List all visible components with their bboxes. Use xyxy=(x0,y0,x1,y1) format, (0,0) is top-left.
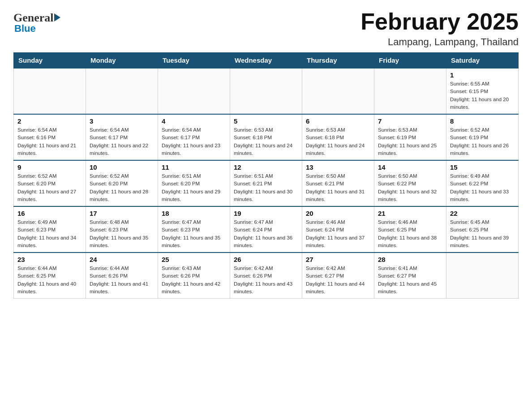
calendar-cell: 6Sunrise: 6:53 AMSunset: 6:18 PMDaylight… xyxy=(302,114,374,160)
calendar-cell xyxy=(86,68,158,114)
calendar-cell: 11Sunrise: 6:51 AMSunset: 6:20 PMDayligh… xyxy=(158,160,230,206)
day-number: 28 xyxy=(378,256,442,263)
day-number: 20 xyxy=(306,210,370,217)
calendar-cell: 23Sunrise: 6:44 AMSunset: 6:25 PMDayligh… xyxy=(14,253,86,299)
day-info: Sunrise: 6:47 AMSunset: 6:24 PMDaylight:… xyxy=(234,218,298,249)
header-tuesday: Tuesday xyxy=(158,53,230,68)
calendar-cell: 14Sunrise: 6:50 AMSunset: 6:22 PMDayligh… xyxy=(374,160,446,206)
calendar-cell: 12Sunrise: 6:51 AMSunset: 6:21 PMDayligh… xyxy=(230,160,302,206)
header-saturday: Saturday xyxy=(446,53,519,68)
title-block: February 2025 Lampang, Lampang, Thailand xyxy=(360,9,519,48)
calendar-cell: 16Sunrise: 6:49 AMSunset: 6:23 PMDayligh… xyxy=(14,206,86,253)
day-number: 23 xyxy=(17,256,82,263)
day-number: 21 xyxy=(378,210,442,217)
day-info: Sunrise: 6:46 AMSunset: 6:25 PMDaylight:… xyxy=(378,218,442,249)
day-number: 19 xyxy=(234,210,298,217)
day-info: Sunrise: 6:52 AMSunset: 6:20 PMDaylight:… xyxy=(17,172,82,203)
day-number: 10 xyxy=(90,163,154,171)
logo-blue-text: Blue xyxy=(14,23,36,34)
day-number: 12 xyxy=(234,163,298,171)
day-number: 11 xyxy=(162,163,226,171)
day-number: 13 xyxy=(306,163,370,171)
day-number: 5 xyxy=(234,117,298,125)
day-info: Sunrise: 6:51 AMSunset: 6:20 PMDaylight:… xyxy=(162,172,226,203)
header-sunday: Sunday xyxy=(14,53,86,68)
header-monday: Monday xyxy=(86,53,158,68)
day-number: 6 xyxy=(306,117,370,125)
day-info: Sunrise: 6:55 AMSunset: 6:15 PMDaylight:… xyxy=(450,80,515,111)
day-info: Sunrise: 6:44 AMSunset: 6:25 PMDaylight:… xyxy=(17,265,82,295)
calendar-cell: 17Sunrise: 6:48 AMSunset: 6:23 PMDayligh… xyxy=(86,206,158,253)
calendar-week-row: 9Sunrise: 6:52 AMSunset: 6:20 PMDaylight… xyxy=(14,160,519,206)
day-info: Sunrise: 6:54 AMSunset: 6:16 PMDaylight:… xyxy=(17,126,82,157)
calendar-week-row: 23Sunrise: 6:44 AMSunset: 6:25 PMDayligh… xyxy=(14,253,519,299)
day-info: Sunrise: 6:53 AMSunset: 6:18 PMDaylight:… xyxy=(234,126,298,157)
day-info: Sunrise: 6:46 AMSunset: 6:24 PMDaylight:… xyxy=(306,218,370,249)
calendar-cell: 7Sunrise: 6:53 AMSunset: 6:19 PMDaylight… xyxy=(374,114,446,160)
day-info: Sunrise: 6:42 AMSunset: 6:26 PMDaylight:… xyxy=(234,265,298,295)
day-info: Sunrise: 6:42 AMSunset: 6:27 PMDaylight:… xyxy=(306,265,370,295)
logo-arrow-icon xyxy=(54,13,60,21)
day-info: Sunrise: 6:53 AMSunset: 6:18 PMDaylight:… xyxy=(306,126,370,157)
header-friday: Friday xyxy=(374,53,446,68)
logo: General Blue xyxy=(13,9,60,34)
weekday-header-row: Sunday Monday Tuesday Wednesday Thursday… xyxy=(14,53,519,68)
day-info: Sunrise: 6:51 AMSunset: 6:21 PMDaylight:… xyxy=(234,172,298,203)
calendar-cell: 13Sunrise: 6:50 AMSunset: 6:21 PMDayligh… xyxy=(302,160,374,206)
calendar-cell xyxy=(158,68,230,114)
calendar-cell: 18Sunrise: 6:47 AMSunset: 6:23 PMDayligh… xyxy=(158,206,230,253)
day-info: Sunrise: 6:53 AMSunset: 6:19 PMDaylight:… xyxy=(378,126,442,157)
calendar-cell: 26Sunrise: 6:42 AMSunset: 6:26 PMDayligh… xyxy=(230,253,302,299)
day-number: 25 xyxy=(162,256,226,263)
day-info: Sunrise: 6:41 AMSunset: 6:27 PMDaylight:… xyxy=(378,265,442,295)
calendar-cell: 24Sunrise: 6:44 AMSunset: 6:26 PMDayligh… xyxy=(86,253,158,299)
day-info: Sunrise: 6:54 AMSunset: 6:17 PMDaylight:… xyxy=(90,126,154,157)
calendar-title: February 2025 xyxy=(360,9,519,34)
day-number: 3 xyxy=(90,117,154,125)
calendar-week-row: 16Sunrise: 6:49 AMSunset: 6:23 PMDayligh… xyxy=(14,206,519,253)
calendar-cell xyxy=(230,68,302,114)
day-number: 27 xyxy=(306,256,370,263)
day-info: Sunrise: 6:52 AMSunset: 6:20 PMDaylight:… xyxy=(90,172,154,203)
calendar-week-row: 1Sunrise: 6:55 AMSunset: 6:15 PMDaylight… xyxy=(14,68,519,114)
header-wednesday: Wednesday xyxy=(230,53,302,68)
day-info: Sunrise: 6:45 AMSunset: 6:25 PMDaylight:… xyxy=(450,218,515,249)
calendar-cell: 28Sunrise: 6:41 AMSunset: 6:27 PMDayligh… xyxy=(374,253,446,299)
page-header: General Blue February 2025 Lampang, Lamp… xyxy=(13,9,519,48)
calendar-cell: 20Sunrise: 6:46 AMSunset: 6:24 PMDayligh… xyxy=(302,206,374,253)
calendar-cell xyxy=(374,68,446,114)
calendar-cell: 8Sunrise: 6:52 AMSunset: 6:19 PMDaylight… xyxy=(446,114,519,160)
day-info: Sunrise: 6:52 AMSunset: 6:19 PMDaylight:… xyxy=(450,126,515,157)
day-number: 2 xyxy=(17,117,82,125)
day-info: Sunrise: 6:50 AMSunset: 6:22 PMDaylight:… xyxy=(378,172,442,203)
day-number: 15 xyxy=(450,163,515,171)
calendar-cell xyxy=(446,253,519,299)
calendar-cell xyxy=(302,68,374,114)
calendar-week-row: 2Sunrise: 6:54 AMSunset: 6:16 PMDaylight… xyxy=(14,114,519,160)
day-number: 17 xyxy=(90,210,154,217)
day-number: 9 xyxy=(17,163,82,171)
calendar-table: Sunday Monday Tuesday Wednesday Thursday… xyxy=(13,52,519,299)
calendar-cell: 10Sunrise: 6:52 AMSunset: 6:20 PMDayligh… xyxy=(86,160,158,206)
day-number: 14 xyxy=(378,163,442,171)
day-number: 26 xyxy=(234,256,298,263)
day-info: Sunrise: 6:49 AMSunset: 6:22 PMDaylight:… xyxy=(450,172,515,203)
day-number: 16 xyxy=(17,210,82,217)
calendar-cell: 15Sunrise: 6:49 AMSunset: 6:22 PMDayligh… xyxy=(446,160,519,206)
calendar-cell xyxy=(14,68,86,114)
day-number: 8 xyxy=(450,117,515,125)
calendar-cell: 3Sunrise: 6:54 AMSunset: 6:17 PMDaylight… xyxy=(86,114,158,160)
calendar-cell: 1Sunrise: 6:55 AMSunset: 6:15 PMDaylight… xyxy=(446,68,519,114)
day-info: Sunrise: 6:47 AMSunset: 6:23 PMDaylight:… xyxy=(162,218,226,249)
calendar-cell: 21Sunrise: 6:46 AMSunset: 6:25 PMDayligh… xyxy=(374,206,446,253)
header-thursday: Thursday xyxy=(302,53,374,68)
calendar-cell: 27Sunrise: 6:42 AMSunset: 6:27 PMDayligh… xyxy=(302,253,374,299)
day-info: Sunrise: 6:49 AMSunset: 6:23 PMDaylight:… xyxy=(17,218,82,249)
day-number: 18 xyxy=(162,210,226,217)
day-number: 4 xyxy=(162,117,226,125)
calendar-cell: 19Sunrise: 6:47 AMSunset: 6:24 PMDayligh… xyxy=(230,206,302,253)
calendar-subtitle: Lampang, Lampang, Thailand xyxy=(360,36,519,48)
calendar-cell: 9Sunrise: 6:52 AMSunset: 6:20 PMDaylight… xyxy=(14,160,86,206)
calendar-cell: 2Sunrise: 6:54 AMSunset: 6:16 PMDaylight… xyxy=(14,114,86,160)
day-info: Sunrise: 6:44 AMSunset: 6:26 PMDaylight:… xyxy=(90,265,154,295)
